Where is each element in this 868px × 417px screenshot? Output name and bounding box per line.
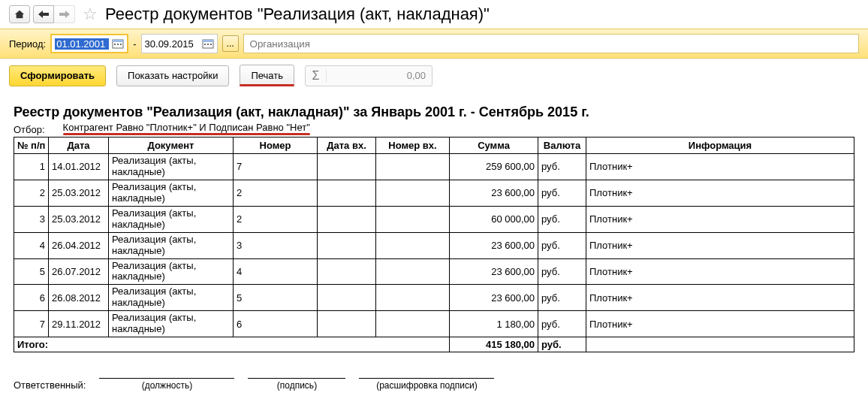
col-currency: Валюта <box>538 137 586 154</box>
cell-date-in <box>318 311 376 337</box>
svg-rect-1 <box>113 40 123 42</box>
position-line <box>99 378 234 379</box>
svg-rect-7 <box>204 44 206 45</box>
back-button[interactable] <box>33 5 54 23</box>
period-to-field[interactable]: 30.09.2015 <box>141 34 218 53</box>
responsible-label: Ответственный: <box>14 379 86 391</box>
svg-rect-8 <box>207 44 209 45</box>
col-nomer: Номер <box>234 137 318 154</box>
cell-doc: Реализация (акты, накладные) <box>109 180 234 206</box>
cell-currency: руб. <box>538 180 586 206</box>
position-caption: (должность) <box>142 380 192 391</box>
cell-currency: руб. <box>538 206 586 232</box>
filter-value: Контрагент Равно "Плотник+" И Подписан Р… <box>63 122 310 133</box>
col-num: № п/п <box>14 137 49 154</box>
report-title: Реестр документов "Реализация (акт, накл… <box>14 104 854 120</box>
cell-num: 3 <box>14 206 49 232</box>
cell-date: 25.03.2012 <box>49 180 109 206</box>
cell-sum: 23 600,00 <box>450 180 538 206</box>
generate-button[interactable]: Сформировать <box>9 65 106 86</box>
total-label: Итого: <box>14 337 450 352</box>
cell-currency: руб. <box>538 258 586 285</box>
cell-date: 26.08.2012 <box>49 285 109 311</box>
cell-num-in <box>376 258 450 285</box>
cell-currency: руб. <box>538 154 586 180</box>
cell-info: Плотник+ <box>586 232 854 258</box>
filter-label: Отбор: <box>14 124 45 135</box>
cell-nomer: 6 <box>234 311 318 337</box>
period-from-value[interactable]: 01.01.2001 <box>55 38 109 50</box>
star-icon[interactable]: ☆ <box>83 5 98 24</box>
cell-info: Плотник+ <box>586 206 854 232</box>
cell-sum: 60 000,00 <box>450 206 538 232</box>
cell-sum: 259 600,00 <box>450 154 538 180</box>
svg-rect-6 <box>203 40 213 42</box>
table-row: 729.11.2012Реализация (акты, накладные)6… <box>14 311 854 337</box>
table-row: 626.08.2012Реализация (акты, накладные)5… <box>14 285 854 311</box>
cell-num: 4 <box>14 232 49 258</box>
cell-doc: Реализация (акты, накладные) <box>109 311 234 337</box>
table-row: 426.04.2012Реализация (акты, накладные)3… <box>14 232 854 258</box>
cell-num: 6 <box>14 285 49 311</box>
cell-nomer: 2 <box>234 206 318 232</box>
cell-sum: 1 180,00 <box>450 311 538 337</box>
cell-sum: 23 600,00 <box>450 258 538 285</box>
table-row: 526.07.2012Реализация (акты, накладные)4… <box>14 258 854 285</box>
cell-date: 14.01.2012 <box>49 154 109 180</box>
cell-info: Плотник+ <box>586 154 854 180</box>
cell-date-in <box>318 206 376 232</box>
signature-caption: (подпись) <box>277 380 317 391</box>
cell-date: 26.07.2012 <box>49 258 109 285</box>
cell-nomer: 4 <box>234 258 318 285</box>
print-button[interactable]: Печать <box>240 65 294 86</box>
cell-nomer: 7 <box>234 154 318 180</box>
cell-date-in <box>318 180 376 206</box>
cell-date-in <box>318 258 376 285</box>
cell-num-in <box>376 154 450 180</box>
sigma-icon: Σ <box>306 69 327 83</box>
cell-nomer: 5 <box>234 285 318 311</box>
signature-line <box>248 378 345 379</box>
cell-date: 29.11.2012 <box>49 311 109 337</box>
table-row: 325.03.2012Реализация (акты, накладные)2… <box>14 206 854 232</box>
table-row: 225.03.2012Реализация (акты, накладные)2… <box>14 180 854 206</box>
col-sum: Сумма <box>450 137 538 154</box>
calendar-icon[interactable] <box>112 38 124 49</box>
svg-rect-4 <box>120 44 122 45</box>
total-row: Итого: 415 180,00 руб. <box>14 337 854 352</box>
home-button[interactable] <box>9 5 30 23</box>
cell-doc: Реализация (акты, накладные) <box>109 285 234 311</box>
period-to-value[interactable]: 30.09.2015 <box>145 38 199 50</box>
cell-date: 26.04.2012 <box>49 232 109 258</box>
period-from-field[interactable]: 01.01.2001 <box>50 34 128 53</box>
cell-num-in <box>376 232 450 258</box>
cell-num-in <box>376 180 450 206</box>
cell-num: 7 <box>14 311 49 337</box>
total-info <box>586 337 854 352</box>
total-currency: руб. <box>538 337 586 352</box>
svg-rect-3 <box>117 44 119 45</box>
cell-date: 25.03.2012 <box>49 206 109 232</box>
signature-area: Ответственный: (должность) (подпись) (ра… <box>14 378 854 391</box>
cell-currency: руб. <box>538 285 586 311</box>
period-dash: - <box>133 38 136 50</box>
cell-num-in <box>376 311 450 337</box>
cell-doc: Реализация (акты, накладные) <box>109 258 234 285</box>
cell-sum: 23 600,00 <box>450 232 538 258</box>
cell-sum: 23 600,00 <box>450 285 538 311</box>
show-settings-button[interactable]: Показать настройки <box>116 65 229 86</box>
cell-doc: Реализация (акты, накладные) <box>109 206 234 232</box>
cell-currency: руб. <box>538 311 586 337</box>
col-info: Информация <box>586 137 854 154</box>
organization-input[interactable] <box>243 34 859 53</box>
cell-info: Плотник+ <box>586 180 854 206</box>
arrow-right-icon <box>59 11 70 18</box>
filter-highlight <box>63 133 310 135</box>
sum-value[interactable] <box>327 70 432 81</box>
period-more-button[interactable]: ... <box>222 35 239 52</box>
cell-nomer: 2 <box>234 180 318 206</box>
cell-num: 5 <box>14 258 49 285</box>
print-highlight <box>240 84 294 86</box>
forward-button[interactable] <box>54 5 75 23</box>
calendar-icon[interactable] <box>202 38 214 49</box>
